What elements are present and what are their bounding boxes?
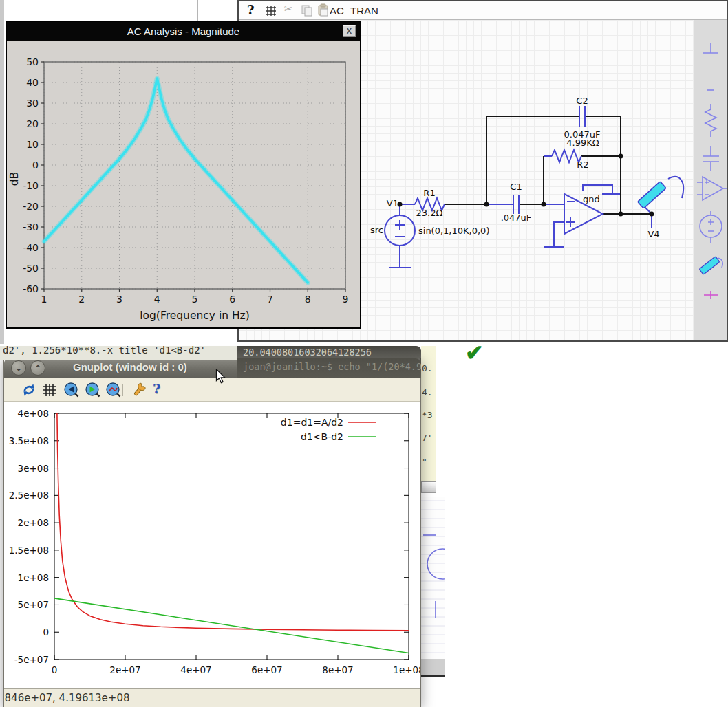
source-name-label[interactable]: src [365,225,383,235]
svg-text:0: 0 [43,627,49,638]
mouse-cursor [215,369,227,384]
r1-value-label[interactable]: 23.2Ω [409,208,450,218]
terminal-edge-char: *3 [422,410,433,420]
replot-icon[interactable] [21,382,37,398]
svg-text:6e+07: 6e+07 [251,664,282,675]
background-window-line [197,0,198,21]
svg-text:d1<B-d2: d1<B-d2 [301,431,343,442]
svg-text:7: 7 [267,294,273,305]
svg-text:20: 20 [26,118,39,129]
svg-text:50: 50 [26,56,39,67]
svg-text:0: 0 [32,160,39,171]
svg-text:-5e+07: -5e+07 [14,654,49,665]
palette-pin-icon[interactable] [704,291,718,299]
svg-text:1e+08: 1e+08 [18,572,49,583]
copy-icon[interactable] [301,4,313,17]
cut-icon[interactable]: ✂ [284,3,293,15]
terminal-prompt-text: joan@joanillo:~$ echo "1/(20*4.99*0. [243,361,421,372]
svg-text:1: 1 [41,294,47,305]
background-window-fragment [421,659,445,677]
ac-window-titlebar[interactable]: AC Analysis - Magnitude X [7,22,360,41]
gnuplot-canvas[interactable]: 02e+074e+076e+078e+071e+08-5e+0705e+071e… [4,402,420,688]
schematic-toolbar: ? ✂ AC TRAN [239,1,727,20]
svg-text:4e+07: 4e+07 [180,664,211,675]
svg-text:2e+07: 2e+07 [109,664,140,675]
previous-zoom-icon[interactable] [63,382,80,398]
svg-text:5e+07: 5e+07 [18,599,49,610]
svg-text:-20: -20 [23,201,39,212]
svg-text:1.5e+08: 1.5e+08 [9,545,49,556]
c1-name-label[interactable]: C1 [506,182,526,192]
svg-text:10: 10 [26,139,39,150]
paste-icon[interactable] [317,3,330,17]
svg-text:2e+08: 2e+08 [18,517,49,528]
palette-resistor-icon[interactable] [705,104,716,137]
c1-value-label[interactable]: .047uF [495,213,537,223]
r1-name-label[interactable]: R1 [414,188,445,198]
palette-opamp-icon[interactable] [697,177,727,200]
background-window-line [169,0,169,21]
svg-text:-30: -30 [23,221,39,232]
svg-text:d1=d1=A/d2: d1=d1=A/d2 [281,417,343,428]
svg-text:2.5e+08: 2.5e+08 [9,490,49,501]
svg-text:-40: -40 [23,242,39,253]
r2-name-label[interactable]: R2 [572,160,593,170]
ac-plot: 123456789-60-50-40-30-20-1001020304050lo… [7,41,360,329]
settings-wrench-icon[interactable] [131,382,147,398]
terminal-edge-char: 7' [422,433,433,443]
r2-value-label[interactable]: 4.99KΩ [545,138,621,148]
palette-capacitor-icon[interactable] [703,146,719,171]
svg-text:6: 6 [229,294,235,305]
gnuplot-window: ⌄ ⌃ Gnuplot (window id : 0) [3,358,421,707]
svg-text:log(Frequency in Hz): log(Frequency in Hz) [140,309,250,322]
palette-icons [694,20,727,340]
terminal-edge-char: 4. [422,387,433,398]
zoom-icon[interactable] [105,382,122,398]
next-zoom-icon[interactable] [85,382,101,398]
terminal-scrollbar-fragment[interactable] [421,481,436,493]
gnuplot-statusbar: 3846e+07, 4.19613e+08 [4,688,420,707]
close-button[interactable]: X [343,25,356,37]
svg-text:-50: -50 [23,263,39,274]
grid-icon[interactable] [265,5,277,17]
source-symbol-fragment [423,535,445,618]
net-label-v4[interactable]: V4 [643,229,664,239]
desktop: ? ✂ AC TRAN [0,0,728,707]
desktop-left-strip [0,0,4,344]
svg-text:dB: dB [8,172,21,186]
palette-source-icon[interactable] [700,211,722,243]
svg-text:30: 30 [26,98,39,109]
svg-text:4e+08: 4e+08 [18,408,49,419]
toolbar-separator [122,384,123,396]
palette-ground-icon[interactable] [703,43,718,53]
terminal-window-fragment-dark[interactable]: 20.04008016032064128256 joan@joanillo:~$… [237,346,421,378]
svg-text:-60: -60 [23,283,39,294]
background-schematic-fragment[interactable] [421,497,445,659]
source-value-label[interactable]: sin(0,1,10K,0,0) [418,226,489,236]
terminal-edge-strip[interactable]: 0. 4. *3 7' " [421,346,436,492]
net-label-v1[interactable]: V1 [381,198,398,208]
grid-icon[interactable] [41,382,58,398]
svg-text:0: 0 [52,664,58,675]
svg-text:3: 3 [116,294,122,305]
help-icon[interactable]: ? [153,381,160,396]
ac-window-title: AC Analysis - Magnitude [7,25,360,37]
shade-button[interactable]: ⌄ [11,360,26,376]
svg-text:4: 4 [154,294,160,305]
help-icon[interactable]: ? [247,3,255,17]
terminal-edge-char: " [422,457,427,467]
terminal-edge-char: 0. [422,363,433,373]
svg-text:-10: -10 [23,180,39,191]
checkmark-icon: ✔ [465,340,484,366]
svg-text:3e+08: 3e+08 [18,463,49,474]
svg-text:1e+08: 1e+08 [393,664,420,675]
palette-probe-icon[interactable] [699,257,722,274]
mouse-coordinates: 3846e+07, 4.19613e+08 [4,692,130,704]
svg-text:3.5e+08: 3.5e+08 [9,435,49,446]
iconify-button[interactable]: ⌃ [30,360,45,376]
terminal-window-fragment[interactable]: d2', 1.256*10**8.-x title 'd1<B-d2' [0,346,237,360]
svg-text:2: 2 [78,294,85,305]
c2-name-label[interactable]: C2 [572,96,592,106]
mode-ac-button[interactable]: AC [330,5,344,17]
mode-tran-button[interactable]: TRAN [350,5,378,17]
